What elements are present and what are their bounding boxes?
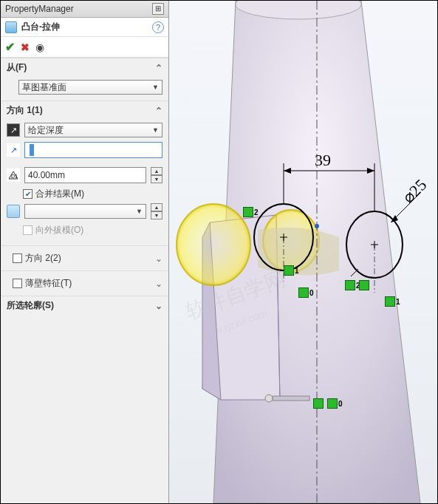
relation-icon[interactable] — [327, 398, 338, 409]
preview-button[interactable]: ◉ — [35, 41, 44, 53]
section-thin: 薄壁特征(T) ⌄ — [1, 270, 168, 296]
endcond-dropdown[interactable]: 给定深度 ▼ — [24, 123, 162, 137]
contours-label: 所选轮廓(S) — [7, 299, 54, 312]
svg-point-24 — [265, 395, 273, 402]
chevron-up-icon: ⌃ — [155, 106, 162, 116]
section-dir2-header[interactable]: 方向 2(2) ⌄ — [7, 249, 168, 268]
section-contours: 所选轮廓(S) ⌄ — [1, 296, 168, 315]
help-icon[interactable]: ? — [152, 21, 164, 33]
model-canvas — [169, 1, 437, 503]
cancel-button[interactable]: ✖ — [21, 41, 30, 53]
dir1-label: 方向 1(1) — [7, 104, 43, 117]
relation-icon[interactable] — [385, 296, 395, 307]
pin-icon[interactable]: ⊞ — [152, 3, 164, 15]
draft-spinner[interactable]: ▲▼ — [151, 203, 162, 219]
dimension-39[interactable]: 39 — [315, 151, 331, 170]
thin-label: 薄壁特征(T) — [25, 277, 72, 290]
relation-icon[interactable] — [313, 398, 324, 409]
confirm-row: ✔ ✖ ◉ — [1, 37, 168, 58]
depth-value: 40.00mm — [28, 170, 65, 180]
direction-arrow-icon[interactable]: ↗ — [7, 143, 20, 157]
extrude-icon — [5, 21, 17, 33]
svg-text:D1: D1 — [11, 174, 18, 179]
dir2-label: 方向 2(2) — [25, 252, 61, 265]
chevron-up-icon: ⌃ — [155, 63, 162, 73]
section-thin-header[interactable]: 薄壁特征(T) ⌄ — [7, 274, 168, 293]
from-value: 草图基准面 — [22, 81, 66, 94]
graphics-viewport[interactable]: 39 ⌀25 2 1 2 1 0 0 软件自学网 www.rjzxw.com — [169, 1, 437, 503]
depth-icon: D1 — [7, 168, 20, 182]
depth-input[interactable]: 40.00mm — [24, 167, 146, 183]
chevron-down-icon: ⌄ — [155, 279, 162, 289]
relation-icon[interactable] — [359, 280, 369, 290]
section-dir1-header[interactable]: 方向 1(1) ⌃ — [1, 101, 168, 120]
chevron-down-icon: ▼ — [152, 126, 159, 134]
feature-name: 凸台-拉伸 — [21, 21, 60, 33]
svg-point-22 — [315, 224, 319, 228]
property-manager-panel: PropertyManager ⊞ 凸台-拉伸 ? ✔ ✖ ◉ 从(F) ⌃ 草… — [1, 1, 169, 503]
chevron-down-icon: ▼ — [136, 208, 143, 215]
section-from-header[interactable]: 从(F) ⌃ — [1, 58, 168, 77]
relation-icon[interactable] — [243, 207, 253, 217]
relation-icon[interactable] — [284, 265, 294, 276]
merge-label: 合并结果(M) — [35, 188, 84, 200]
endcond-value: 给定深度 — [28, 124, 64, 137]
from-label: 从(F) — [7, 61, 27, 74]
svg-rect-23 — [273, 396, 309, 401]
draft-dropdown[interactable]: ▼ — [24, 204, 146, 219]
from-dropdown[interactable]: 草图基准面 ▼ — [18, 80, 162, 95]
direction-vector-input[interactable] — [24, 142, 162, 158]
feature-header: 凸台-拉伸 ? — [1, 18, 168, 37]
section-dir1: 方向 1(1) ⌃ ↗ 给定深度 ▼ ↗ D1 — [1, 101, 168, 245]
depth-spinner[interactable]: ▲▼ — [151, 167, 162, 183]
merge-checkbox[interactable]: ✔ 合并结果(M) — [23, 188, 162, 200]
outward-draft-label: 向外拔模(O) — [35, 224, 83, 236]
draft-face-icon[interactable] — [7, 205, 20, 218]
chevron-down-icon: ⌄ — [155, 301, 162, 311]
chevron-down-icon: ▼ — [152, 84, 159, 91]
relation-icon[interactable] — [345, 280, 355, 290]
section-contours-header[interactable]: 所选轮廓(S) ⌄ — [1, 296, 168, 315]
outward-draft-checkbox: 向外拔模(O) — [23, 224, 162, 236]
svg-point-3 — [177, 204, 250, 285]
ok-button[interactable]: ✔ — [5, 40, 15, 54]
panel-titlebar: PropertyManager ⊞ — [1, 1, 168, 18]
panel-title: PropertyManager — [5, 4, 74, 14]
section-from: 从(F) ⌃ 草图基准面 ▼ — [1, 58, 168, 101]
relation-icon[interactable] — [298, 287, 309, 298]
section-dir2: 方向 2(2) ⌄ — [1, 245, 168, 270]
reverse-direction-icon[interactable]: ↗ — [7, 123, 20, 137]
chevron-down-icon: ⌄ — [155, 253, 162, 264]
